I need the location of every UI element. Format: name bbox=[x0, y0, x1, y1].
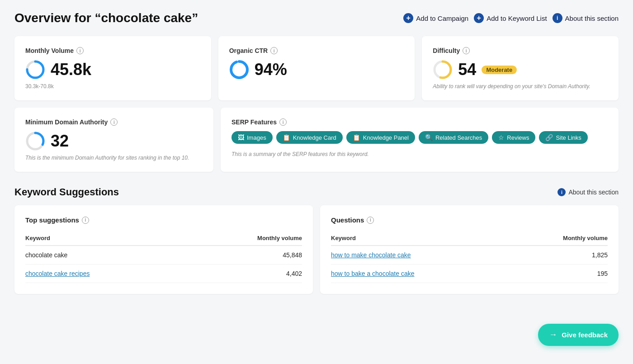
metric-cards-row: Monthly Volume i 45.8k 30.3k-70.8k Organ… bbox=[14, 36, 619, 100]
difficulty-label: Difficulty i bbox=[433, 47, 608, 54]
second-cards-row: Minimum Domain Authority i 32 This is th… bbox=[14, 108, 619, 172]
page-title: Overview for “chocolate cake” bbox=[14, 11, 198, 25]
keyword-suggestions-header: Keyword Suggestions i About this section bbox=[14, 186, 619, 198]
organic-ctr-donut bbox=[229, 60, 249, 80]
knowledge-card-icon: 📋 bbox=[283, 134, 290, 141]
svg-point-3 bbox=[231, 61, 247, 78]
about-section-button-header[interactable]: i About this section bbox=[553, 13, 619, 23]
page-header: Overview for “chocolate cake” + Add to C… bbox=[14, 11, 619, 25]
serp-tag-knowledge-card[interactable]: 📋 Knowledge Card bbox=[276, 131, 343, 144]
serp-tag-related-searches[interactable]: 🔍 Related Searches bbox=[419, 131, 488, 144]
monthly-volume-donut bbox=[25, 60, 45, 80]
volume-cell: 4,402 bbox=[189, 265, 302, 283]
organic-ctr-value: 94% bbox=[229, 60, 404, 80]
knowledge-panel-icon: 📋 bbox=[353, 134, 360, 141]
top-suggestions-info-icon[interactable]: i bbox=[82, 217, 89, 224]
min-da-donut bbox=[25, 131, 45, 151]
difficulty-card: Difficulty i 54 Moderate Ability to rank… bbox=[422, 36, 619, 100]
add-to-campaign-button[interactable]: + Add to Campaign bbox=[403, 13, 468, 23]
top-suggestions-col-keyword: Keyword bbox=[25, 231, 189, 246]
table-row: how to bake a chocolate cake 195 bbox=[331, 265, 608, 283]
serp-tag-knowledge-panel[interactable]: 📋 Knowledge Panel bbox=[346, 131, 415, 144]
info-icon-header: i bbox=[553, 13, 562, 23]
top-suggestions-card: Top suggestions i Keyword Monthly volume… bbox=[14, 205, 313, 294]
serp-features-card: SERP Features i 🖼 Images 📋 Knowledge Car… bbox=[221, 108, 619, 172]
header-actions: + Add to Campaign + Add to Keyword List … bbox=[403, 13, 619, 23]
table-row: how to make chocolate cake 1,825 bbox=[331, 246, 608, 265]
monthly-volume-range: 30.3k-70.8k bbox=[25, 83, 200, 90]
questions-col-volume: Monthly volume bbox=[511, 231, 608, 246]
add-keyword-icon: + bbox=[474, 13, 484, 23]
monthly-volume-label: Monthly Volume i bbox=[25, 47, 200, 54]
reviews-icon: ☆ bbox=[498, 134, 504, 141]
min-da-value: 32 bbox=[25, 131, 203, 151]
difficulty-note: Ability to rank will vary depending on y… bbox=[433, 83, 608, 90]
table-row: chocolate cake 45,848 bbox=[25, 246, 302, 265]
difficulty-value: 54 Moderate bbox=[433, 60, 608, 80]
arrow-right-icon: → bbox=[549, 330, 557, 340]
questions-title: Questions i bbox=[331, 216, 608, 224]
give-feedback-button[interactable]: → Give feedback bbox=[538, 324, 619, 346]
top-suggestions-col-volume: Monthly volume bbox=[189, 231, 302, 246]
keyword-cell: chocolate cake recipes bbox=[25, 265, 189, 283]
serp-features-label: SERP Features i bbox=[231, 118, 608, 126]
info-icon-suggestions: i bbox=[557, 188, 566, 196]
volume-cell: 1,825 bbox=[511, 246, 608, 265]
top-suggestions-title: Top suggestions i bbox=[25, 216, 302, 224]
keyword-link[interactable]: how to make chocolate cake bbox=[331, 251, 411, 259]
serp-tag-site-links[interactable]: 🔗 Site Links bbox=[539, 131, 587, 144]
questions-card: Questions i Keyword Monthly volume how t… bbox=[320, 205, 619, 294]
min-da-label: Minimum Domain Authority i bbox=[25, 118, 203, 126]
keyword-link[interactable]: how to bake a chocolate cake bbox=[331, 270, 414, 277]
volume-cell: 45,848 bbox=[189, 246, 302, 265]
monthly-volume-info-icon[interactable]: i bbox=[76, 47, 84, 54]
serp-tag-reviews[interactable]: ☆ Reviews bbox=[492, 131, 535, 144]
monthly-volume-card: Monthly Volume i 45.8k 30.3k-70.8k bbox=[14, 36, 211, 100]
add-campaign-icon: + bbox=[403, 13, 413, 23]
organic-ctr-card: Organic CTR i 94% bbox=[218, 36, 415, 100]
serp-features-note: This is a summary of the SERP features f… bbox=[231, 151, 608, 157]
difficulty-info-icon[interactable]: i bbox=[463, 47, 470, 54]
min-da-note: This is the minimum Domain Authority for… bbox=[25, 155, 203, 161]
about-section-button-suggestions[interactable]: i About this section bbox=[557, 188, 619, 196]
serp-features-info-icon[interactable]: i bbox=[279, 118, 287, 126]
suggestions-grid: Top suggestions i Keyword Monthly volume… bbox=[14, 205, 619, 294]
serp-tags-container: 🖼 Images 📋 Knowledge Card 📋 Knowledge Pa… bbox=[231, 131, 608, 144]
difficulty-donut bbox=[433, 60, 453, 80]
site-links-icon: 🔗 bbox=[545, 134, 553, 141]
related-searches-icon: 🔍 bbox=[425, 134, 433, 141]
keyword-cell: how to make chocolate cake bbox=[331, 246, 511, 265]
table-row: chocolate cake recipes 4,402 bbox=[25, 265, 302, 283]
serp-tag-images[interactable]: 🖼 Images bbox=[231, 131, 273, 144]
keyword-cell: chocolate cake bbox=[25, 246, 189, 265]
keyword-link[interactable]: chocolate cake recipes bbox=[25, 270, 90, 277]
keyword-suggestions-title: Keyword Suggestions bbox=[14, 186, 119, 198]
organic-ctr-info-icon[interactable]: i bbox=[270, 47, 278, 54]
images-icon: 🖼 bbox=[238, 134, 244, 141]
top-suggestions-table: Keyword Monthly volume chocolate cake 45… bbox=[25, 231, 302, 283]
min-domain-authority-card: Minimum Domain Authority i 32 This is th… bbox=[14, 108, 213, 172]
min-da-info-icon[interactable]: i bbox=[110, 118, 118, 126]
monthly-volume-value: 45.8k bbox=[25, 60, 200, 80]
difficulty-badge: Moderate bbox=[482, 66, 517, 74]
questions-col-keyword: Keyword bbox=[331, 231, 511, 246]
volume-cell: 195 bbox=[511, 265, 608, 283]
questions-table: Keyword Monthly volume how to make choco… bbox=[331, 231, 608, 283]
add-to-keyword-list-button[interactable]: + Add to Keyword List bbox=[474, 13, 547, 23]
keyword-cell: how to bake a chocolate cake bbox=[331, 265, 511, 283]
questions-info-icon[interactable]: i bbox=[367, 217, 374, 224]
organic-ctr-label: Organic CTR i bbox=[229, 47, 404, 54]
